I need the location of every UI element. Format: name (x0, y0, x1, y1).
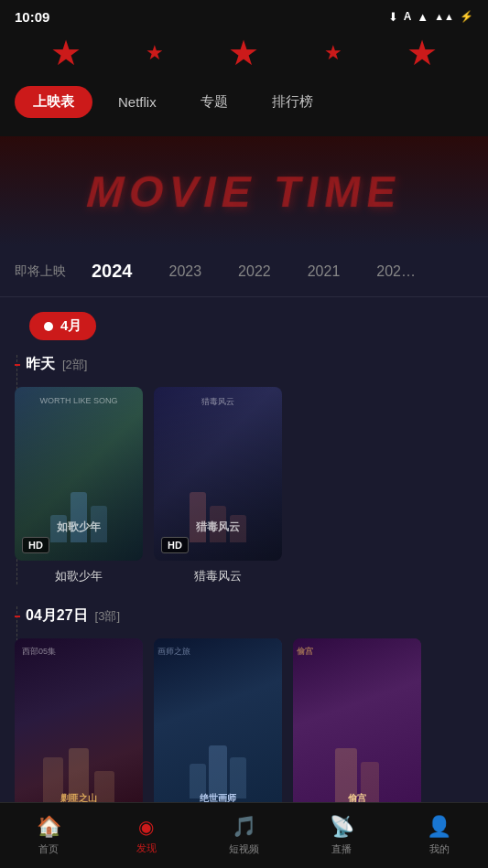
movie-poster-movie3: 剿匪之山 西部05集 (15, 638, 143, 812)
star-2: ★ (146, 41, 164, 65)
nav-discover[interactable]: ◉ 发现 (119, 810, 174, 861)
poster-scene-movie5 (293, 638, 421, 812)
bottom-nav: 🏠 首页 ◉ 发现 🎵 短视频 📡 直播 👤 我的 (0, 802, 488, 868)
header-area: ★ ★ ★ ★ ★ 上映表 Netflix 专题 排行榜 (0, 29, 488, 136)
movie-grid-yesterday: WORTH LIKE SONG 如歌少年 HD 如歌少年 猎 (15, 387, 473, 584)
star-1: ★ (50, 33, 81, 73)
section-count-yesterday: [2部] (62, 357, 87, 373)
nav-home-label: 首页 (38, 842, 59, 856)
hero-title: MOVIE TIME (85, 166, 403, 217)
download-icon: ⬇ (388, 10, 398, 24)
wifi-icon: ▲ (417, 10, 428, 24)
hd-badge-liedu: HD (161, 537, 189, 553)
month-label: 4月 (60, 317, 81, 335)
movie-poster-movie5: 偷宫 偷宫 (293, 638, 421, 812)
year-2023[interactable]: 2023 (151, 260, 221, 284)
year-2024[interactable]: 2024 (73, 257, 151, 285)
section-header-yesterday: 昨天 [2部] (15, 355, 473, 374)
home-icon: 🏠 (37, 815, 61, 839)
nav-home[interactable]: 🏠 首页 (21, 809, 76, 862)
movie-card-liedu[interactable]: 猎毒风云 猎毒风云 HD 猎毒风云 (154, 387, 282, 584)
star-5: ★ (407, 33, 438, 73)
stars-row: ★ ★ ★ ★ ★ (0, 29, 488, 80)
nav-live[interactable]: 📡 直播 (314, 809, 369, 862)
movie-poster-rugeshao: WORTH LIKE SONG 如歌少年 HD (15, 387, 143, 561)
tab-排行榜[interactable]: 排行榜 (254, 86, 331, 118)
star-4: ★ (324, 41, 342, 65)
movie-title-liedu: 猎毒风云 (154, 568, 282, 584)
tab-bar: 上映表 Netflix 专题 排行榜 (0, 80, 488, 129)
poster-subtitle-movie4: 画师之旅 (157, 646, 190, 658)
year-2020s[interactable]: 202… (358, 260, 434, 284)
poster-subtitle-movie3: 西部05集 (22, 646, 56, 658)
nav-short-video[interactable]: 🎵 短视频 (216, 809, 271, 862)
section-header-apr27: 04月27日 [3部] (15, 606, 473, 626)
nav-mine-label: 我的 (429, 842, 450, 856)
month-dot (44, 322, 53, 331)
status-bar: 10:09 ⬇ A ▲ ▲▲ ⚡ (0, 0, 488, 29)
section-count-apr27: [3部] (95, 608, 120, 625)
month-badge: 4月 (29, 312, 96, 340)
short-video-icon: 🎵 (232, 815, 256, 839)
section-title-yesterday: 昨天 (26, 355, 55, 374)
section-yesterday: 昨天 [2部] WORTH LIKE SONG 如歌少年 HD (0, 355, 488, 584)
status-icons: ⬇ A ▲ ▲▲ ⚡ (388, 10, 473, 24)
nav-mine[interactable]: 👤 我的 (412, 809, 467, 862)
nav-discover-label: 发现 (136, 841, 157, 855)
movie-card-rugeshao[interactable]: WORTH LIKE SONG 如歌少年 HD 如歌少年 (15, 387, 143, 584)
year-selector: 即将上映 2024 2023 2022 2021 202… (0, 246, 488, 297)
tab-专题[interactable]: 专题 (182, 86, 246, 118)
discover-icon: ◉ (138, 816, 154, 838)
status-time: 10:09 (15, 9, 49, 25)
month-badge-wrapper: 4月 (0, 297, 488, 355)
signal-icon: ▲▲ (434, 11, 454, 22)
mine-icon: 👤 (427, 815, 451, 839)
movie-poster-movie4: 绝世画师 画师之旅 (154, 638, 282, 812)
movie-poster-liedu: 猎毒风云 猎毒风云 HD (154, 387, 282, 561)
hd-badge-rugeshao: HD (22, 537, 49, 553)
poster-label-movie5: 偷宫 (297, 646, 313, 658)
hero-banner: MOVIE TIME (0, 136, 488, 246)
poster-overlay-rugeshao: 如歌少年 (15, 520, 143, 535)
tab-上映表[interactable]: 上映表 (15, 86, 92, 118)
section-dash (15, 364, 20, 366)
live-icon: 📡 (330, 815, 354, 839)
section-dash-apr27 (15, 616, 20, 617)
year-2022[interactable]: 2022 (220, 260, 289, 284)
section-title-apr27: 04月27日 (26, 606, 88, 626)
year-2021[interactable]: 2021 (289, 260, 359, 284)
star-3: ★ (228, 33, 259, 73)
movie-title-rugeshao: 如歌少年 (15, 568, 143, 584)
year-prefix: 即将上映 (15, 263, 66, 280)
nav-live-label: 直播 (331, 842, 352, 856)
poster-scene-movie4 (154, 638, 282, 812)
nav-short-video-label: 短视频 (229, 842, 259, 856)
battery-icon: ⚡ (460, 10, 473, 23)
poster-scene-movie3 (15, 638, 143, 812)
font-icon: A (404, 10, 412, 23)
tab-netflix[interactable]: Netflix (100, 87, 175, 117)
poster-overlay-liedu: 猎毒风云 (154, 520, 282, 535)
content-area: 4月 昨天 [2部] WORTH LIKE SONG (0, 297, 488, 868)
